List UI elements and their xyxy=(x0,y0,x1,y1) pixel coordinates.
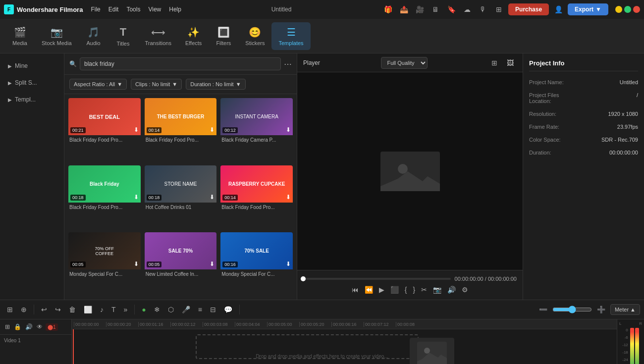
preview-tab[interactable]: Player xyxy=(303,59,320,66)
zoom-in-button[interactable]: ➕ xyxy=(594,304,608,315)
monitor-icon[interactable]: 🖥 xyxy=(429,3,442,16)
menu-file[interactable]: File xyxy=(91,6,100,13)
template-card-2[interactable]: THE BEST BURGER 00:14 ⬇ Black Friday Foo… xyxy=(145,98,217,161)
delete-button[interactable]: 🗑 xyxy=(66,304,79,315)
play-button[interactable]: ▶ xyxy=(378,285,385,295)
template-card-3[interactable]: INSTANT CAMERA 00:12 ⬇ Black Friday Came… xyxy=(220,98,293,161)
tool-media[interactable]: 🎬 Media xyxy=(5,22,35,50)
redo-button[interactable]: ↪ xyxy=(52,304,64,315)
rewind-button[interactable]: ⏮ xyxy=(351,285,360,295)
filters-label: Filters xyxy=(216,40,231,46)
filter-bar: Aspect Ratio : All ▼ Clips : No limit ▼ … xyxy=(64,75,297,94)
bookmark-icon[interactable]: 🔖 xyxy=(445,3,458,16)
menu-tools[interactable]: Tools xyxy=(126,6,140,13)
tool-audio[interactable]: 🎵 Audio xyxy=(79,22,108,50)
snapshot-button[interactable]: 📷 xyxy=(432,285,442,295)
template-thumb-2: THE BEST BURGER 00:14 ⬇ xyxy=(145,98,217,135)
sidebar-templ-label: Templ... xyxy=(15,96,36,103)
minimize-button[interactable] xyxy=(615,6,622,13)
share-icon[interactable]: 📤 xyxy=(397,3,410,16)
maximize-button[interactable] xyxy=(624,6,631,13)
duration-filter[interactable]: Duration : No limit ▼ xyxy=(186,79,245,90)
time-current: 00:00:00:00 xyxy=(455,276,483,282)
add-track-button[interactable]: ⊞ xyxy=(4,322,11,331)
stickers-icon: 😊 xyxy=(249,26,261,38)
tool-effects[interactable]: ✨ Effects xyxy=(178,22,209,50)
template-card-7[interactable]: 70% OFFCOFFEE 00:05 ⬇ Monday Special For… xyxy=(68,232,141,296)
preview-header: Player Full Quality 1/2 Quality 1/4 Qual… xyxy=(297,53,523,72)
template-card-6[interactable]: RASPBERRY CUPCAKE 00:14 ⬇ Black Friday F… xyxy=(220,165,293,229)
progress-thumb[interactable] xyxy=(301,276,306,281)
audio-separate-button[interactable]: ♪ xyxy=(97,304,107,315)
template-card-1[interactable]: BEST DEAL 00:21 ⬇ Black Friday Food Pro.… xyxy=(68,98,141,161)
purchase-button[interactable]: Purchase xyxy=(508,3,549,15)
meter-panel: L R 0-6-12-18-24-30-36-42-48-54dB xyxy=(617,319,644,364)
template-card-5[interactable]: STORE NAME 00:18 ⬇ Hot Coffee Drinks 01 xyxy=(145,165,217,229)
volume-track-button[interactable]: 🔊 xyxy=(24,322,34,331)
eye-track-button[interactable]: 👁 xyxy=(36,322,44,331)
media-icon[interactable]: 🎥 xyxy=(413,3,426,16)
pip-button[interactable]: ⊟ xyxy=(207,304,219,315)
more-button[interactable]: » xyxy=(121,304,131,315)
template-card-8[interactable]: SALE 70% 00:05 ⬇ New Limited Coffee In..… xyxy=(145,232,217,296)
subtitle-button[interactable]: 💬 xyxy=(221,304,235,315)
undo-button[interactable]: ↩ xyxy=(38,304,50,315)
tool-templates[interactable]: ☰ Templates xyxy=(271,22,310,50)
quality-select[interactable]: Full Quality 1/2 Quality 1/4 Quality xyxy=(381,57,428,69)
tool-filters[interactable]: 🔳 Filters xyxy=(209,22,238,50)
clips-filter[interactable]: Clips : No limit ▼ xyxy=(131,79,182,90)
close-button[interactable] xyxy=(633,6,640,13)
menu-view[interactable]: View xyxy=(148,6,161,13)
menu-help[interactable]: Help xyxy=(169,6,181,13)
search-input[interactable] xyxy=(80,57,281,70)
tool-stickers[interactable]: 😊 Stickers xyxy=(238,22,271,50)
mask-button[interactable]: ⬡ xyxy=(165,304,177,315)
scene-detect-button[interactable]: ⊞ xyxy=(4,304,16,315)
meter-button[interactable]: Meter ▲ xyxy=(610,304,640,315)
menu-edit[interactable]: Edit xyxy=(108,6,119,13)
voice-button[interactable]: 🎤 xyxy=(179,304,193,315)
tool-stock-media[interactable]: 📷 Stock Media xyxy=(35,22,79,50)
motion-tracking-button[interactable]: ⊕ xyxy=(18,304,30,315)
stop-button[interactable]: ⬛ xyxy=(389,285,400,295)
freeze-frame-button[interactable]: ❄ xyxy=(151,304,163,315)
clip-button[interactable]: ✂ xyxy=(420,285,428,295)
progress-track[interactable] xyxy=(303,278,451,280)
crop-button[interactable]: ⬜ xyxy=(81,304,95,315)
mic-icon[interactable]: 🎙 xyxy=(477,3,489,16)
sidebar-item-mine[interactable]: ▶ Mine xyxy=(3,58,61,73)
tool-transitions[interactable]: ⟷ Transitions xyxy=(138,22,178,50)
gift-icon[interactable]: 🎁 xyxy=(381,3,394,16)
mark-in-button[interactable]: { xyxy=(404,285,408,295)
toolbar-separator-2 xyxy=(134,305,135,314)
export-button[interactable]: Export ▼ xyxy=(568,3,608,15)
aspect-ratio-filter[interactable]: Aspect Ratio : All ▼ xyxy=(69,79,127,90)
playhead[interactable] xyxy=(73,329,74,364)
audio-button[interactable]: 🔊 xyxy=(446,285,457,295)
fullscreen-icon[interactable]: 🖼 xyxy=(504,56,517,69)
search-more-icon[interactable]: ⋯ xyxy=(284,59,292,69)
lock-track-button[interactable]: 🔒 xyxy=(13,322,22,331)
grid-icon[interactable]: ⊞ xyxy=(492,3,505,16)
settings-button[interactable]: ⚙ xyxy=(461,285,469,295)
template-card-4[interactable]: Black Friday 00:18 ⬇ Black Friday Food P… xyxy=(68,165,141,229)
prev-frame-button[interactable]: ⏪ xyxy=(364,285,374,295)
color-match-button[interactable]: ● xyxy=(139,304,149,315)
right-panel: Project Info Project Name: Untitled Proj… xyxy=(523,53,644,300)
template-card-9[interactable]: 70% SALE 00:16 ⬇ Monday Special For C... xyxy=(220,232,293,296)
tool-titles[interactable]: T Titles xyxy=(108,22,138,51)
left-panel: ▶ Mine ▶ Split S... ▶ Templ... xyxy=(0,53,64,300)
text-button[interactable]: T xyxy=(108,304,119,315)
duration-value: 00:00:00:00 xyxy=(609,150,638,156)
zoom-slider[interactable] xyxy=(552,306,592,313)
duration-label: Duration : No limit xyxy=(190,81,233,87)
auto-caption-button[interactable]: ≡ xyxy=(195,304,205,315)
cloud-icon[interactable]: ☁ xyxy=(461,3,474,16)
sidebar-item-templates[interactable]: ▶ Templ... xyxy=(3,92,61,107)
colorspace-row: Color Space: SDR - Rec.709 xyxy=(529,137,638,143)
sidebar-item-split[interactable]: ▶ Split S... xyxy=(3,75,61,90)
user-avatar[interactable]: 👤 xyxy=(552,3,565,16)
zoom-out-button[interactable]: ➖ xyxy=(536,304,550,315)
grid-view-icon[interactable]: ⊞ xyxy=(488,56,501,69)
mark-out-button[interactable]: } xyxy=(412,285,417,295)
